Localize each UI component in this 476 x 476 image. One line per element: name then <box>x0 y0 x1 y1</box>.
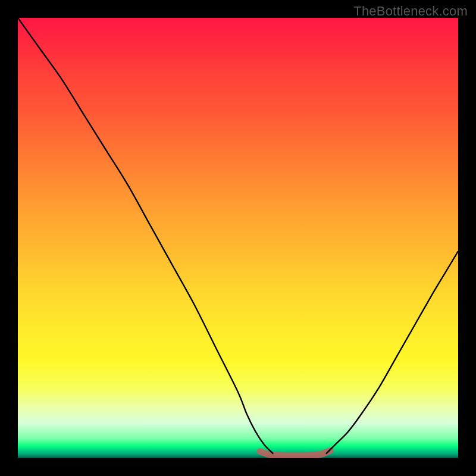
watermark-text: TheBottleneck.com <box>353 4 468 19</box>
curve-layer <box>18 18 458 458</box>
left-curve <box>18 18 273 454</box>
right-curve <box>326 251 458 453</box>
plot-area <box>18 18 458 458</box>
chart-frame: TheBottleneck.com <box>0 0 476 476</box>
